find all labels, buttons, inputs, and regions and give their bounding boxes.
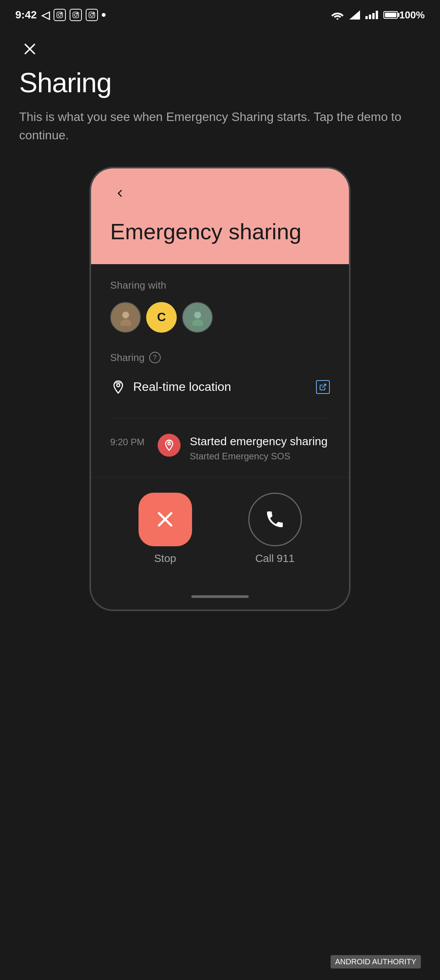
battery-percent: 100%: [399, 9, 425, 21]
help-icon[interactable]: ?: [149, 352, 161, 363]
close-button[interactable]: [19, 38, 40, 59]
timeline-event-icon: [158, 434, 181, 457]
watermark: ANDROID AUTHORITY: [331, 955, 421, 969]
timeline-event-title: Started emergency sharing: [190, 434, 330, 449]
phone-mockup[interactable]: Emergency sharing Sharing with C: [90, 167, 350, 611]
call-911-label: Call 911: [255, 552, 295, 565]
home-indicator: [91, 588, 349, 609]
svg-point-16: [192, 319, 203, 326]
sharing-section-header: Sharing ?: [110, 352, 330, 364]
timeline-event-subtitle: Started Emergency SOS: [190, 451, 330, 462]
location-icon: [110, 379, 126, 395]
location-row[interactable]: Real-time location: [110, 375, 330, 399]
notification-dot: [102, 13, 106, 17]
home-bar: [191, 595, 249, 598]
emergency-sharing-title: Emergency sharing: [110, 218, 330, 245]
location-text: Real-time location: [133, 380, 231, 394]
timeline-entry: 9:20 PM Started emergency sharing Starte…: [110, 434, 330, 462]
svg-point-7: [90, 13, 93, 16]
location-info: Real-time location: [110, 379, 231, 395]
phone-header: Emergency sharing: [91, 168, 349, 264]
stop-button[interactable]: [139, 493, 192, 546]
svg-point-14: [120, 319, 131, 326]
sharing-with-label: Sharing with: [110, 279, 330, 291]
svg-point-8: [93, 13, 94, 14]
app-icon-2: [70, 9, 82, 21]
battery-indicator: 100%: [383, 9, 425, 21]
app-icon-1: [54, 9, 66, 21]
contact-avatar-1: [110, 302, 141, 333]
contacts-avatars: C: [110, 302, 330, 333]
status-right: 100%: [331, 9, 425, 21]
main-content: Sharing This is what you see when Emerge…: [0, 27, 440, 611]
notification-icons: ◁: [41, 9, 106, 21]
svg-point-13: [122, 312, 129, 318]
svg-point-9: [336, 18, 338, 20]
contact-avatar-3: [182, 302, 213, 333]
status-bar: 9:42 ◁: [0, 0, 440, 27]
sharing-section-label: Sharing: [110, 352, 145, 364]
clock: 9:42: [15, 9, 37, 21]
call-button-wrapper: Call 911: [248, 493, 302, 565]
mobile-signal-icon: [349, 10, 360, 20]
call-911-button[interactable]: [248, 493, 302, 546]
external-link-icon[interactable]: [316, 380, 330, 394]
svg-line-18: [322, 384, 326, 387]
back-button[interactable]: [110, 184, 129, 203]
svg-point-1: [58, 13, 61, 16]
svg-marker-10: [349, 10, 360, 20]
stop-button-wrapper: Stop: [139, 493, 192, 565]
phone-bottom-actions: Stop Call 911: [91, 477, 349, 588]
svg-point-19: [168, 442, 171, 445]
app-icon-3: [86, 9, 98, 21]
status-left: 9:42 ◁: [15, 9, 106, 21]
wifi-icon: [331, 10, 344, 20]
svg-point-4: [74, 13, 77, 16]
cell-signal-icon: [365, 11, 378, 19]
svg-point-15: [194, 312, 201, 318]
phone-dark-content: Sharing with C: [91, 264, 349, 477]
navigation-icon: ◁: [41, 9, 50, 21]
divider: [110, 418, 330, 418]
page-subtitle: This is what you see when Emergency Shar…: [19, 108, 421, 144]
contact-avatar-2: C: [146, 302, 177, 333]
svg-point-2: [61, 13, 62, 14]
svg-point-5: [77, 13, 78, 14]
page-title: Sharing: [19, 67, 421, 98]
timeline-content: Started emergency sharing Started Emerge…: [190, 434, 330, 462]
timeline-time: 9:20 PM: [110, 434, 148, 448]
stop-label: Stop: [154, 552, 176, 565]
